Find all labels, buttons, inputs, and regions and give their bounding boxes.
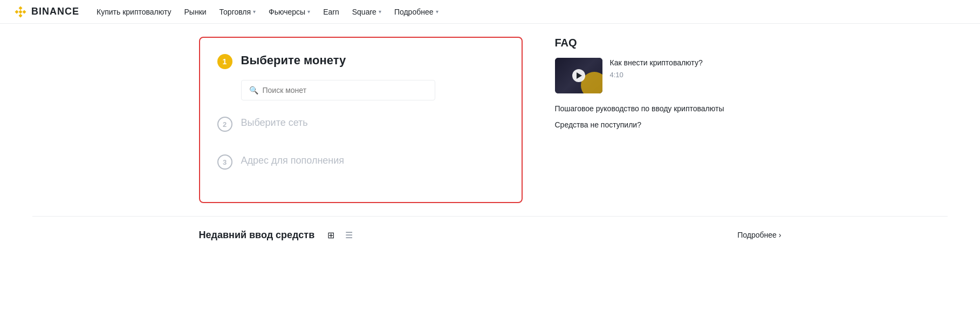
step-2-row: 2 Выберите сеть (217, 116, 504, 132)
faq-title: FAQ (555, 37, 724, 49)
recent-title: Недавний ввод средств (199, 230, 315, 241)
step-1-title: Выберите монету (241, 53, 346, 69)
nav-item-trade[interactable]: Торговля ▾ (220, 8, 256, 16)
grid-view-button[interactable]: ⊞ (323, 227, 338, 242)
faq-panel: FAQ Как внести криптовалюту? 4:10 Пошаго… (555, 37, 724, 203)
faq-links: Пошаговое руководство по вводу криптовал… (555, 104, 724, 129)
more-arrow-icon: › (779, 231, 782, 239)
brand-name: BINANCE (31, 6, 79, 17)
nav-item-markets[interactable]: Рынки (184, 8, 207, 16)
nav-item-earn[interactable]: Earn (323, 8, 339, 16)
video-info: Как внести криптовалюту? 4:10 (610, 58, 724, 79)
svg-marker-4 (19, 10, 23, 14)
video-title: Как внести криптовалюту? (610, 58, 724, 69)
logo[interactable]: BINANCE (13, 4, 79, 19)
coin-search-container: 🔍 (241, 80, 504, 100)
nav-item-buy[interactable]: Купить криптовалюту (97, 8, 172, 16)
nav-item-more[interactable]: Подробнее ▾ (394, 8, 438, 16)
more-chevron-icon: ▾ (436, 9, 438, 15)
nav-item-futures[interactable]: Фьючерсы ▾ (269, 8, 310, 16)
navbar: BINANCE Купить криптовалюту Рынки Торгов… (0, 0, 980, 24)
faq-link-guide[interactable]: Пошаговое руководство по вводу криптовал… (555, 104, 724, 113)
main-content: 1 Выберите монету 🔍 2 Выберите сеть (167, 24, 814, 216)
coin-search-input[interactable] (263, 86, 427, 95)
step-1-badge: 1 (217, 54, 232, 69)
svg-marker-0 (19, 6, 23, 10)
grid-icon: ⊞ (327, 230, 334, 240)
step-3-title: Адрес для пополнения (241, 153, 345, 167)
nav-links: Купить криптовалюту Рынки Торговля ▾ Фью… (97, 8, 438, 16)
binance-logo-icon (13, 4, 28, 19)
step-1-row: 1 Выберите монету (217, 53, 504, 69)
wizard-card: 1 Выберите монету 🔍 2 Выберите сеть (199, 37, 523, 203)
svg-marker-1 (15, 10, 19, 14)
step-2-badge: 2 (217, 117, 232, 132)
bottom-section: Недавний ввод средств ⊞ ☰ Подробнее › (167, 217, 814, 253)
inactive-steps: 2 Выберите сеть 3 Адрес для пополнения (217, 116, 504, 180)
view-toggles: ⊞ ☰ (323, 227, 357, 242)
step-3-badge: 3 (217, 154, 232, 170)
step-2-title: Выберите сеть (241, 116, 308, 129)
recent-left: Недавний ввод средств ⊞ ☰ (199, 227, 357, 242)
video-thumbnail[interactable] (555, 58, 602, 93)
search-icon: 🔍 (249, 86, 258, 95)
svg-marker-3 (19, 14, 23, 17)
more-link[interactable]: Подробнее › (737, 231, 781, 239)
faq-video-card: Как внести криптовалюту? 4:10 (555, 58, 724, 93)
nav-item-square[interactable]: Square ▾ (352, 8, 381, 16)
list-view-button[interactable]: ☰ (341, 227, 357, 242)
recent-header: Недавний ввод средств ⊞ ☰ Подробнее › (199, 227, 782, 242)
step-3-row: 3 Адрес для пополнения (217, 153, 504, 170)
faq-link-funds[interactable]: Средства не поступили? (555, 120, 724, 129)
trade-chevron-icon: ▾ (253, 9, 256, 15)
deposit-wizard: 1 Выберите монету 🔍 2 Выберите сеть (199, 37, 523, 203)
svg-marker-2 (23, 10, 26, 14)
video-play-button[interactable] (572, 69, 585, 82)
square-chevron-icon: ▾ (379, 9, 381, 15)
video-duration: 4:10 (610, 71, 724, 79)
futures-chevron-icon: ▾ (307, 9, 310, 15)
list-icon: ☰ (345, 230, 353, 240)
play-icon (577, 72, 582, 79)
coin-search-box[interactable]: 🔍 (241, 80, 435, 100)
